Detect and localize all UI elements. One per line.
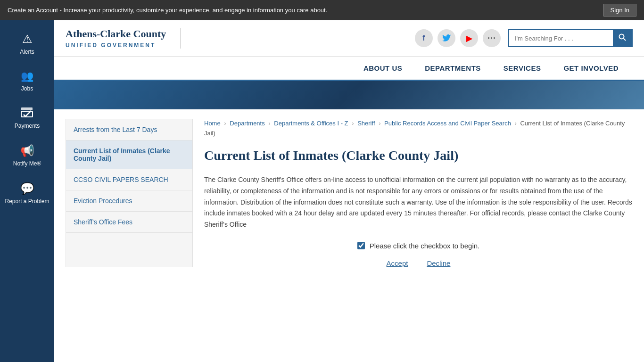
create-account-link[interactable]: Create an Account	[8, 7, 58, 14]
sidebar-jobs-label: Jobs	[21, 85, 33, 92]
side-navigation: Arrests from the Last 7 Days Current Lis…	[66, 119, 193, 267]
breadcrumb-sep-3: ›	[352, 120, 354, 127]
sidebar-item-notify[interactable]: 📢 Notify Me®	[0, 137, 54, 174]
decline-link[interactable]: Decline	[427, 259, 450, 267]
banner-message: Create an Account - Increase your produc…	[8, 7, 327, 14]
alert-icon: ⚠	[22, 33, 33, 46]
nav-get-involved[interactable]: GET INVOLVED	[552, 57, 630, 80]
social-icons: f ▶ ···	[415, 29, 501, 47]
search-button[interactable]	[613, 30, 632, 46]
nav-about[interactable]: ABOUT US	[352, 57, 413, 80]
sidebar-item-payments[interactable]: Payments	[0, 99, 54, 137]
svg-point-2	[619, 34, 624, 39]
jobs-icon: 👥	[21, 70, 33, 82]
breadcrumb-sep-1: ›	[224, 120, 226, 127]
side-nav-civil[interactable]: CCSO CIVIL PAPERS SEARCH	[66, 169, 192, 190]
more-social-icon[interactable]: ···	[483, 29, 501, 47]
breadcrumb-sheriff[interactable]: Sheriff	[357, 120, 375, 127]
left-sidebar: ⚠ Alerts 👥 Jobs Payments 📢 Notify Me® 💬 …	[0, 20, 54, 362]
side-nav-inmates[interactable]: Current List of Inmates (Clarke County J…	[66, 140, 192, 169]
search-box	[508, 29, 633, 47]
nav-bar: ABOUT US DEPARTMENTS SERVICES GET INVOLV…	[54, 57, 644, 81]
sidebar-item-alerts[interactable]: ⚠ Alerts	[0, 25, 54, 63]
logo-title: Athens-Clarke County	[66, 28, 166, 40]
top-banner: Create an Account - Increase your produc…	[0, 0, 644, 20]
breadcrumb: Home › Departments › Departments & Offic…	[204, 119, 633, 139]
payments-icon	[21, 107, 34, 120]
svg-line-3	[624, 39, 626, 41]
twitter-icon[interactable]	[438, 29, 455, 47]
nav-services[interactable]: SERVICES	[492, 57, 553, 80]
sidebar-report-label: Report a Problem	[5, 198, 49, 205]
sidebar-item-jobs[interactable]: 👥 Jobs	[0, 63, 54, 99]
main-content: Home › Departments › Departments & Offic…	[204, 119, 633, 267]
nav-departments[interactable]: DEPARTMENTS	[413, 57, 492, 80]
sidebar-notify-label: Notify Me®	[13, 160, 41, 167]
svg-rect-0	[21, 107, 33, 110]
report-icon: 💬	[20, 182, 34, 195]
logo-subtitle: UNIFIED GOVERNMENT	[66, 42, 166, 49]
content-area: Arrests from the Last 7 Days Current Lis…	[54, 109, 644, 277]
breadcrumb-public-records[interactable]: Public Records Access and Civil Paper Se…	[384, 120, 511, 127]
header: Athens-Clarke County UNIFIED GOVERNMENT …	[54, 20, 644, 57]
facebook-icon[interactable]: f	[415, 29, 433, 47]
accept-link[interactable]: Accept	[387, 259, 408, 267]
sidebar-payments-label: Payments	[15, 123, 40, 129]
social-search-area: f ▶ ···	[195, 29, 633, 47]
breadcrumb-sep-2: ›	[268, 120, 270, 127]
sign-in-button[interactable]: Sign In	[603, 4, 636, 16]
right-content: Athens-Clarke County UNIFIED GOVERNMENT …	[54, 20, 644, 362]
breadcrumb-departments[interactable]: Departments	[230, 120, 264, 127]
checkbox-area: Please click the checkbox to begin.	[204, 242, 633, 250]
sidebar-item-report[interactable]: 💬 Report a Problem	[0, 174, 54, 212]
page-wrapper: ⚠ Alerts 👥 Jobs Payments 📢 Notify Me® 💬 …	[0, 20, 644, 362]
notify-icon: 📢	[20, 144, 34, 157]
side-nav-fees[interactable]: Sheriff's Office Fees	[66, 212, 192, 233]
svg-rect-1	[21, 111, 33, 117]
breadcrumb-sep-5: ›	[515, 120, 517, 127]
body-text: The Clarke County Sheriff's Office offer…	[204, 174, 633, 230]
breadcrumb-dept-iz[interactable]: Departments & Offices I - Z	[274, 120, 348, 127]
accept-decline-area: Accept Decline	[204, 259, 633, 267]
youtube-icon[interactable]: ▶	[460, 29, 478, 47]
search-input[interactable]	[509, 30, 613, 46]
checkbox-label: Please click the checkbox to begin.	[370, 242, 479, 250]
hero-banner	[54, 81, 644, 109]
logo-section: Athens-Clarke County UNIFIED GOVERNMENT	[66, 28, 181, 49]
begin-checkbox[interactable]	[357, 242, 365, 249]
breadcrumb-home[interactable]: Home	[204, 120, 221, 127]
banner-text: - Increase your productivity, customize …	[60, 7, 328, 14]
sidebar-alerts-label: Alerts	[20, 49, 34, 55]
page-title: Current List of Inmates (Clarke County J…	[204, 148, 633, 163]
side-nav-eviction[interactable]: Eviction Procedures	[66, 190, 192, 212]
breadcrumb-sep-4: ›	[379, 120, 380, 127]
side-nav-arrests[interactable]: Arrests from the Last 7 Days	[66, 119, 192, 140]
